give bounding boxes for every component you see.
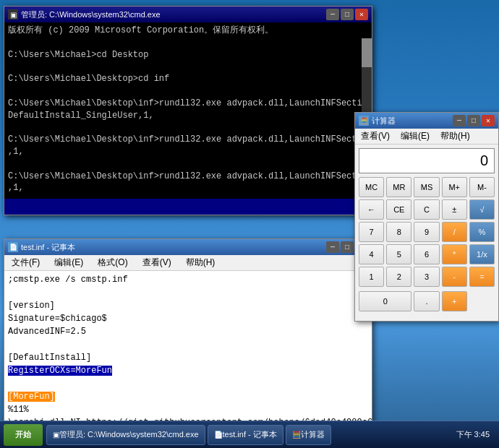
calc-8-button[interactable]: 8	[386, 222, 411, 242]
cmd-window-title: ▣ 管理员: C:\Windows\system32\cmd.exe	[8, 9, 161, 20]
notepad-line11: %11%	[8, 405, 29, 415]
notepad-window-title: 📄 test.inf - 记事本	[8, 242, 75, 253]
taskbar-item-notepad[interactable]: 📄 test.inf - 记事本	[208, 425, 283, 445]
calc-pct-button[interactable]: %	[469, 222, 495, 242]
notepad-line3: [version]	[8, 301, 55, 311]
notepad-menu-format[interactable]: 格式(O)	[94, 255, 131, 270]
calculator-window: 🧮 计算器 ─ □ ✕ 查看(V) 编辑(E) 帮助(H) 0 MC MR MS…	[354, 112, 499, 322]
calc-recip-button[interactable]: 1/x	[469, 244, 495, 264]
cmd-minimize-button[interactable]: ─	[326, 9, 339, 20]
calc-mplus-button[interactable]: M+	[442, 177, 467, 197]
calc-4-button[interactable]: 4	[359, 244, 384, 264]
cmd-icon: ▣	[8, 9, 18, 20]
cmd-window-controls: ─ □ ✕	[326, 9, 368, 20]
notepad-line7: [DefaultInstall]	[8, 353, 91, 363]
start-button[interactable]: 开始	[4, 424, 43, 446]
calc-window-title: 🧮 计算器	[359, 116, 396, 126]
calc-mr-button[interactable]: MR	[386, 177, 411, 197]
calc-5-button[interactable]: 5	[386, 244, 411, 264]
calc-mul-button[interactable]: *	[442, 244, 467, 264]
calc-icon: 🧮	[359, 116, 369, 126]
notepad-line1: ;cmstp.exe /s cmstp.inf	[8, 275, 128, 285]
calc-ce-button[interactable]: CE	[386, 199, 411, 220]
calc-window-controls: ─ □ ✕	[453, 115, 495, 126]
notepad-icon: 📄	[8, 242, 18, 252]
notepad-content[interactable]: ;cmstp.exe /s cmstp.inf [version] Signat…	[4, 271, 372, 433]
calc-ms-button[interactable]: MS	[414, 177, 439, 197]
calc-sign-button[interactable]: ±	[442, 199, 467, 220]
notepad-menu-file[interactable]: 文件(F)	[8, 255, 43, 270]
scrollbar-thumb[interactable]	[362, 38, 372, 67]
calc-dot-button[interactable]: .	[414, 291, 439, 311]
calc-3-button[interactable]: 3	[414, 267, 439, 287]
calc-1-button[interactable]: 1	[359, 267, 384, 287]
calc-add-button[interactable]: +	[442, 291, 467, 311]
calc-display: 0	[359, 148, 495, 173]
calc-menu-view[interactable]: 查看(V)	[357, 129, 393, 144]
notepad-menubar: 文件(F) 编辑(E) 格式(O) 查看(V) 帮助(H)	[4, 255, 372, 271]
cmd-maximize-button[interactable]: □	[341, 9, 354, 20]
calc-eq-button[interactable]: =	[469, 267, 495, 287]
calc-div-button[interactable]: /	[442, 222, 467, 242]
system-time: 下午 3:45	[456, 429, 490, 440]
calc-2-button[interactable]: 2	[386, 267, 411, 287]
notepad-minimize-button[interactable]: ─	[326, 241, 339, 253]
desktop: ▣ 管理员: C:\Windows\system32\cmd.exe ─ □ ✕…	[0, 0, 499, 448]
calc-memory-row: MC MR MS M+ M-	[359, 177, 495, 197]
taskbar-item-cmd[interactable]: ▣ 管理员: C:\Windows\system32\cmd.exe	[46, 425, 205, 445]
calc-titlebar: 🧮 计算器 ─ □ ✕	[355, 113, 498, 129]
cmd-content: 版权所有 (c) 2009 Microsoft Corporation。保留所有…	[4, 22, 372, 199]
calc-maximize-button[interactable]: □	[467, 115, 480, 126]
calc-c-button[interactable]: C	[414, 199, 439, 220]
calc-minimize-button[interactable]: ─	[453, 115, 466, 126]
notepad-line5: AdvancedINF=2.5	[8, 327, 86, 337]
calc-sub-button[interactable]: -	[442, 267, 467, 287]
cmd-close-button[interactable]: ✕	[355, 9, 368, 20]
taskbar-item-calc[interactable]: 🧮 计算器	[286, 425, 331, 445]
notepad-maximize-button[interactable]: □	[341, 241, 354, 253]
notepad-line10: [MoreFun]	[8, 392, 55, 402]
calc-6-button[interactable]: 6	[414, 244, 439, 264]
calc-menubar: 查看(V) 编辑(E) 帮助(H)	[355, 129, 498, 145]
cmd-titlebar: ▣ 管理员: C:\Windows\system32\cmd.exe ─ □ ✕	[4, 7, 372, 22]
calc-num-row5: 1 2 3 - =	[359, 267, 495, 289]
calc-num-row3: 7 8 9 / %	[359, 222, 495, 242]
calc-menu-help[interactable]: 帮助(H)	[437, 129, 474, 144]
notepad-titlebar: 📄 test.inf - 记事本 ─ □ ✕	[4, 239, 372, 255]
calc-menu-edit[interactable]: 编辑(E)	[397, 129, 433, 144]
calc-clear-row: ← CE C ± √	[359, 199, 495, 220]
taskbar: 开始 ▣ 管理员: C:\Windows\system32\cmd.exe 📄 …	[0, 421, 499, 448]
notepad-window: 📄 test.inf - 记事本 ─ □ ✕ 文件(F) 编辑(E) 格式(O)…	[4, 238, 372, 434]
notepad-line8: RegisterOCXs=MoreFun	[8, 366, 112, 376]
calc-close-button[interactable]: ✕	[482, 115, 495, 126]
notepad-menu-view[interactable]: 查看(V)	[139, 255, 175, 270]
calc-mminus-button[interactable]: M-	[469, 177, 495, 197]
notepad-menu-edit[interactable]: 编辑(E)	[51, 255, 87, 270]
notepad-line4: Signature=$chicago$	[8, 314, 107, 324]
calc-mc-button[interactable]: MC	[359, 177, 384, 197]
notepad-menu-help[interactable]: 帮助(H)	[182, 255, 219, 270]
calc-back-button[interactable]: ←	[359, 199, 384, 220]
calc-num-row4: 4 5 6 * 1/x	[359, 244, 495, 264]
calc-7-button[interactable]: 7	[359, 222, 384, 242]
calc-0-button[interactable]: 0	[359, 291, 411, 311]
taskbar-items: ▣ 管理员: C:\Windows\system32\cmd.exe 📄 tes…	[46, 425, 451, 445]
calc-num-row6: 0 . +	[359, 291, 495, 311]
calc-sqrt-button[interactable]: √	[469, 199, 495, 220]
calc-9-button[interactable]: 9	[414, 222, 439, 242]
cmd-window: ▣ 管理员: C:\Windows\system32\cmd.exe ─ □ ✕…	[4, 6, 372, 215]
taskbar-tray: 下午 3:45	[451, 429, 495, 440]
